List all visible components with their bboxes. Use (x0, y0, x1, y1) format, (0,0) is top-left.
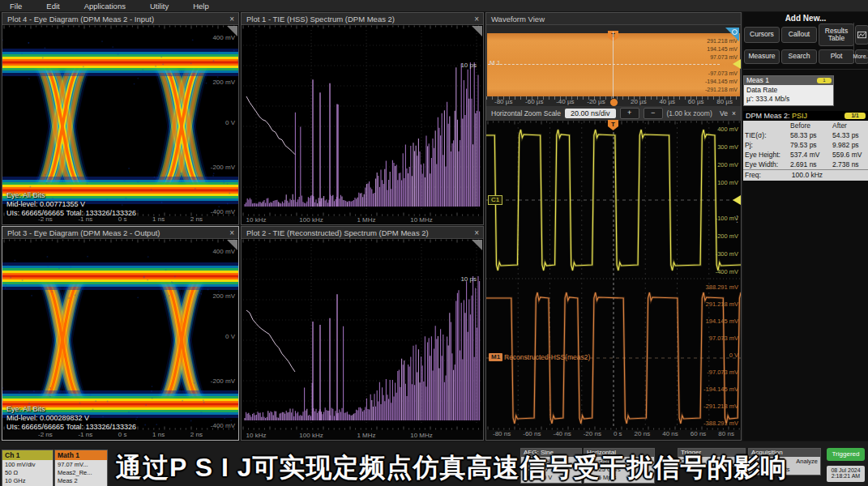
plot4-close-icon[interactable]: × (229, 13, 234, 25)
y-scale-label: 100 mV (717, 179, 738, 186)
plot1-close-icon[interactable]: × (474, 13, 479, 25)
acq-analyze[interactable]: Analyze (796, 458, 818, 466)
menu-item[interactable]: Edit (46, 2, 59, 11)
dpm-page-pill[interactable]: 1/1 (844, 113, 866, 119)
y-scale-label: 200 mV (717, 161, 738, 168)
x-tick-label: -1 ns (78, 431, 92, 440)
plot3-eye-stats: Eye: All BitsMid-level: 0.000289832 VUIs… (6, 405, 136, 432)
dpm-title: DPM Meas 2: (746, 112, 792, 120)
waveform-view-title: Waveform View (486, 13, 741, 25)
y-tick-label: 400 mV (212, 248, 235, 255)
x-tick-label: -40 ns (553, 430, 571, 440)
m1-reference-arrow-icon[interactable] (733, 59, 741, 69)
m1-math-badge[interactable]: M1 (489, 353, 502, 361)
row-name: TIE(σ): (745, 130, 790, 140)
x-tick-label: 2 ns (190, 431, 203, 440)
dpm-freq-row: Freq: 100.0 kHz (743, 169, 868, 181)
panel-resize-grip[interactable]: ⋮ (733, 214, 742, 224)
row-after-value: 559.6 mV (832, 150, 868, 160)
waveform-overview[interactable]: M 1 291.218 mV194.145 mV97.073 mV-97.073… (486, 25, 741, 106)
row-after-value: 2.738 ns (832, 160, 868, 169)
plot3-close-icon[interactable]: × (229, 227, 234, 239)
menu-bar: FileEditApplicationsUtilityHelp (0, 0, 868, 11)
x-tick-label: 10 kHz (246, 432, 267, 439)
plot3-x-axis-labels: -2 ns-1 ns0 s1 ns2 ns (2, 431, 238, 440)
plot1-title: Plot 1 - TIE (HSS) Spectrum (DPM Meas 2) (242, 13, 483, 25)
x-tick-label: 10 MHz (410, 432, 433, 439)
zoom-close-icon[interactable]: × (732, 109, 736, 117)
dpm-results-header[interactable]: DPM Meas 2: PSIJ 1/1 (743, 111, 868, 121)
x-tick-label: 0 s (614, 430, 622, 440)
x-tick-label: 100 kHz (299, 216, 323, 224)
x-tick-label: 40 ns (662, 430, 678, 440)
plot2-close-icon[interactable]: × (474, 227, 479, 239)
meas1-line: Data Rate (746, 86, 831, 95)
freq-label: Freq: (745, 170, 761, 181)
plot1-spectrum-canvas (242, 25, 483, 216)
zoom-waveforms-canvas (486, 121, 741, 430)
cursors-button[interactable]: Cursors (744, 27, 780, 43)
zoom-out-button[interactable]: − (644, 108, 663, 119)
overview-signal-band (487, 33, 740, 96)
section-separator (743, 69, 868, 70)
waveform-zoom-area[interactable]: T C1 M1 Reconstructed-HSS(meas2) 400 mV3… (486, 121, 741, 430)
results-table-button[interactable]: Results Table (819, 23, 854, 46)
menu-item[interactable]: File (10, 2, 22, 11)
y-scale-label: 291.218 mV (706, 301, 738, 308)
horizontal-zoom-scale-bar: Horizontal Zoom Scale 20.00 ns/div + − (… (486, 106, 741, 121)
y-scale-label: -97.073 mV (707, 369, 738, 376)
y-scale-label: 194.145 mV (706, 318, 738, 325)
y-tick-label: 0 V (225, 333, 235, 340)
x-tick-label: 1 MHz (357, 216, 375, 224)
eye-stat-line: Mid-level: 0.000289832 V (6, 414, 136, 423)
meas1-title: Meas 1 (746, 76, 769, 84)
row-before-value: 2.691 ns (790, 160, 832, 169)
meas1-badge[interactable]: Meas 1 1 Data Rateµ': 333.4 Mb/s (743, 75, 834, 106)
x-tick-label: 10 MHz (410, 216, 433, 224)
math1-badge[interactable]: Math 1 97.07 mV...Meas2_Re...Meas 2 (54, 450, 108, 486)
meas1-line: µ': 333.4 Mb/s (746, 95, 831, 104)
mini-chart-icon (857, 31, 866, 40)
y-scale-label: -388.291 mV (703, 420, 738, 427)
zoom-x-axis-labels: -80 ns-60 ns-40 ns-20 ns0 s20 ns40 ns60 … (486, 430, 741, 440)
x-tick-label: -80 ns (493, 430, 511, 440)
menu-item[interactable]: Applications (84, 2, 126, 11)
y-scale-label: -194.145 mV (703, 386, 738, 393)
c1-channel-badge[interactable]: C1 (488, 195, 502, 205)
x-tick-label: 60 µs (688, 98, 704, 106)
eye-stat-line: Eye: All Bits (6, 405, 136, 414)
c1-ground-arrow-icon[interactable] (733, 195, 741, 205)
vertical-zoom-label[interactable]: Ve (720, 109, 728, 117)
math1-setting-line: Meas 2 (58, 477, 105, 485)
plot-button[interactable]: Plot (819, 49, 854, 64)
ch1-setting-line: 10 GHz (5, 477, 50, 485)
math1-setting-line: 97.07 mV... (58, 461, 105, 469)
table-row: Eye Width: 2.691 ns 2.738 ns (743, 160, 868, 169)
waveform-view-panel: Waveform View M 1 291.218 mV194.145 mV97… (485, 12, 742, 441)
screen-capture-button[interactable] (855, 25, 868, 45)
dpm-results-table: Before After TIE(σ): 58.33 ps 54.33 ps P… (743, 121, 868, 181)
y-tick-label: 200 mV (212, 79, 235, 86)
ch1-badge[interactable]: Ch 1 100 mV/div50 Ω10 GHz (2, 450, 53, 486)
menu-item[interactable]: Help (193, 2, 209, 11)
freq-value: 100.0 kHz (792, 170, 823, 181)
y-tick-label: -400 mV (211, 208, 235, 215)
search-button[interactable]: Search (781, 49, 817, 64)
dpm-table-rows: TIE(σ): 58.33 ps 54.33 ps Pj: 79.53 ps 9… (743, 130, 868, 169)
measure-button[interactable]: Measure (744, 49, 780, 64)
callout-button[interactable]: Callout (781, 27, 817, 43)
zoom-scale-value[interactable]: 20.00 ns/div (565, 109, 616, 118)
col-before: Before (790, 121, 832, 130)
menu-item[interactable]: Utility (150, 2, 169, 11)
eye-stat-line: Mid-level: 0.00771355 V (6, 200, 136, 209)
row-before-value: 79.53 ps (790, 140, 832, 150)
plot2-zoom-corner-icon[interactable] (472, 240, 482, 250)
plot1-zoom-corner-icon[interactable] (472, 26, 482, 36)
x-tick-label: 10 kHz (246, 216, 267, 224)
x-tick-label: 0 s (118, 431, 127, 440)
y-scale-label: 400 mV (717, 126, 738, 133)
zoom-in-button[interactable]: + (620, 108, 639, 119)
more-button[interactable]: More... (855, 49, 868, 64)
math1-settings: 97.07 mV...Meas2_Re...Meas 2 (55, 460, 107, 486)
x-tick-label: -60 ns (523, 430, 541, 440)
